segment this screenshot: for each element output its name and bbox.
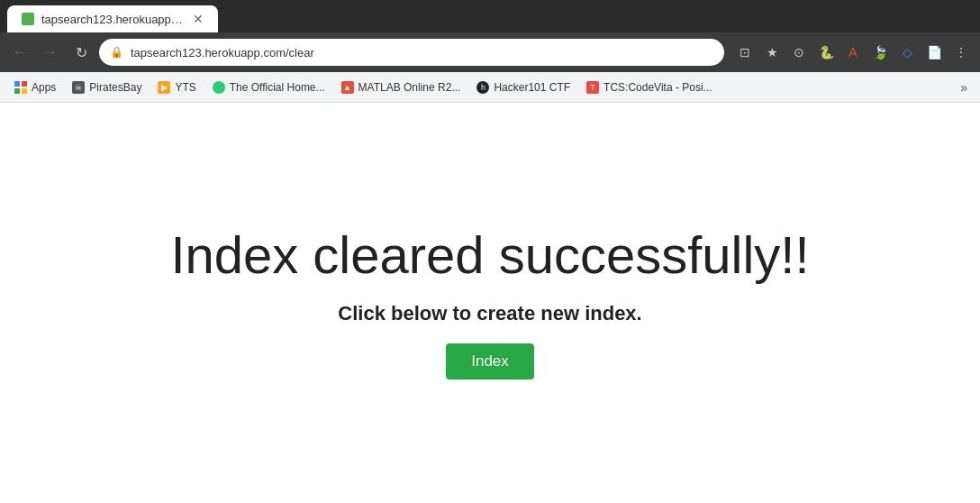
svg-rect-2 [14,88,20,94]
adobe-icon[interactable]: A [841,41,865,64]
evernote-icon[interactable]: 🍃 [868,41,892,64]
tab-title: tapsearch123.herokuapp.com/clear [41,13,186,26]
official-favicon [213,81,225,94]
forward-button[interactable]: → [38,40,63,65]
lock-icon: 🔒 [110,46,123,59]
active-tab[interactable]: tapsearch123.herokuapp.com/clear ✕ [7,5,218,32]
address-bar-row: ← → ↻ 🔒 tapsearch123.herokuapp.com/clear… [0,32,980,72]
tcs-favicon: T [586,81,599,94]
toolbar-icons: ⊡ ★ ⊙ 🐍 A 🍃 ◇ 📄 ⋮ [733,41,973,64]
main-heading: Index cleared successfully!! [170,226,809,284]
bookmark-star-icon[interactable]: ★ [760,41,784,64]
apps-label: Apps [32,81,56,94]
reload-button[interactable]: ↻ [68,40,94,65]
drive-icon[interactable]: ◇ [895,41,919,64]
url-text: tapsearch123.herokuapp.com/clear [131,46,713,59]
address-bar[interactable]: 🔒 tapsearch123.herokuapp.com/clear [99,39,724,66]
bookmark-tcs[interactable]: T TCS:CodeVita - Posi... [579,78,720,97]
svg-rect-0 [14,81,20,87]
bookmark-yts[interactable]: ▶ YTS [150,78,203,97]
bookmark-official[interactable]: The Official Home... [205,78,332,97]
tab-favicon [22,13,34,25]
hacker101-favicon: h [476,81,489,94]
bookmark-matlab[interactable]: ▲ MATLAB Online R2... [334,78,468,97]
python-icon[interactable]: 🐍 [814,41,838,64]
bookmark-hacker101[interactable]: h Hacker101 CTF [469,78,577,97]
svg-rect-1 [22,81,27,87]
hacker101-label: Hacker101 CTF [494,81,570,94]
subtext: Click below to create new index. [338,302,641,325]
back-button[interactable]: ← [7,40,32,65]
tcs-label: TCS:CodeVita - Posi... [603,81,712,94]
tab-bar: tapsearch123.herokuapp.com/clear ✕ [0,0,980,32]
bookmark-apps[interactable]: Apps [7,78,63,97]
piratesbay-label: PiratesBay [89,81,141,94]
screen-cast-icon[interactable]: ⊡ [733,41,757,64]
yts-label: YTS [175,81,195,94]
profile-icon[interactable]: ⊙ [787,41,811,64]
piratesbay-favicon: ☠ [72,81,85,94]
matlab-label: MATLAB Online R2... [358,81,461,94]
index-button[interactable]: Index [446,343,534,380]
tab-close-button[interactable]: ✕ [193,12,204,26]
page-content: Index cleared successfully!! Click below… [0,103,980,503]
browser-chrome: tapsearch123.herokuapp.com/clear ✕ ← → ↻… [0,0,980,103]
bookmarks-bar: Apps ☠ PiratesBay ▶ YTS The Official Hom… [0,72,980,103]
matlab-favicon: ▲ [341,81,354,94]
yts-favicon: ▶ [158,81,170,94]
more-bookmarks-button[interactable]: » [955,77,973,98]
official-label: The Official Home... [230,81,325,94]
svg-rect-3 [22,88,27,94]
bookmark-piratesbay[interactable]: ☠ PiratesBay [65,78,149,97]
menu-icon[interactable]: ⋮ [949,41,973,64]
apps-favicon [14,81,27,94]
reader-icon[interactable]: 📄 [922,41,946,64]
